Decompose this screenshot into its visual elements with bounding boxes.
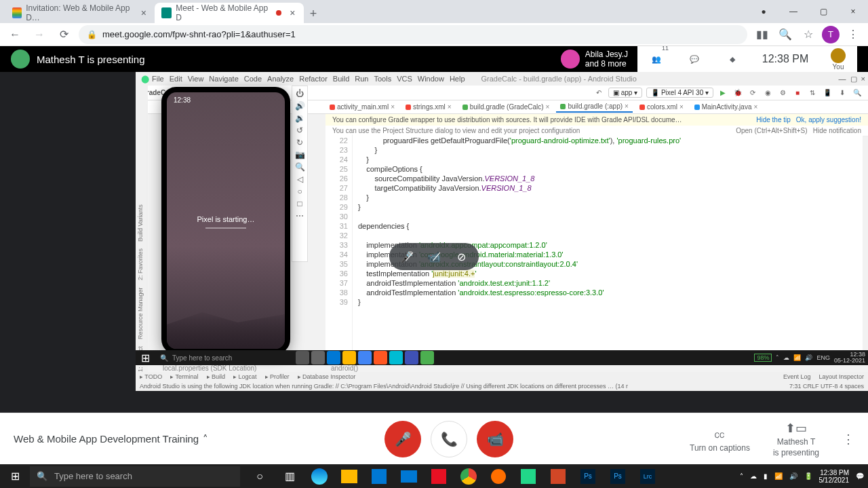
reload-button[interactable]: ⟳ xyxy=(54,25,73,44)
captions-button[interactable]: ㏄ Turn on captions xyxy=(690,426,750,453)
footer-tab[interactable]: ▸ Profiler xyxy=(265,373,290,380)
photoshop-express-icon[interactable]: Ps xyxy=(574,464,602,488)
menu-edit[interactable]: Edit xyxy=(170,75,182,83)
tray-up-icon[interactable]: ˄ xyxy=(740,472,743,480)
mic-button[interactable]: 🎤 xyxy=(384,421,421,457)
run-icon[interactable]: ▶ xyxy=(717,88,728,98)
volume-icon[interactable]: 🔊 xyxy=(805,354,812,361)
store-icon[interactable] xyxy=(365,464,393,488)
avd-icon[interactable]: 📱 xyxy=(822,88,833,98)
account-dot-icon[interactable]: ● xyxy=(749,0,778,23)
tool-window-rail[interactable]: 1: ProjectResource Manager2: FavoritesBu… xyxy=(136,86,148,377)
wifi-icon[interactable]: 📶 xyxy=(774,472,783,480)
footer-tab[interactable]: ▸ Logcat xyxy=(233,373,257,380)
profile-icon[interactable]: ◉ xyxy=(762,88,773,98)
apply-suggestion-link[interactable]: Ok, apply suggestion! xyxy=(796,116,861,124)
cortana-icon[interactable] xyxy=(296,351,309,364)
browser-tab-meet[interactable]: Meet - Web & Mobile App D × xyxy=(155,3,304,23)
edge-icon[interactable] xyxy=(305,464,334,488)
menu-navigate[interactable]: Navigate xyxy=(209,75,238,83)
menu-vcs[interactable]: VCS xyxy=(397,75,412,83)
app-icon[interactable] xyxy=(405,351,418,364)
android-emulator[interactable]: 12:38 Pixel is starting… xyxy=(161,87,290,354)
camera-button[interactable]: 📹 xyxy=(477,421,513,457)
self-video-tile[interactable]: You xyxy=(819,46,857,72)
edge-icon[interactable] xyxy=(327,351,340,364)
more-options-button[interactable]: ⋮ xyxy=(842,432,854,447)
more-icon[interactable]: ⋯ xyxy=(296,211,304,221)
search-icon[interactable]: 🔍 xyxy=(852,88,863,98)
app-icon[interactable] xyxy=(374,351,387,364)
footer-tab[interactable]: Layout Inspector xyxy=(818,373,864,380)
device-selector[interactable]: 📱 Pixel 4 API 30 ▾ xyxy=(646,88,713,98)
cortana-icon[interactable]: ○ xyxy=(245,464,274,488)
hide-tip-link[interactable]: Hide the tip xyxy=(756,116,791,124)
footer-tab[interactable]: ▸ Build xyxy=(207,373,226,380)
menu-file[interactable]: File xyxy=(152,75,164,83)
local-properties-label[interactable]: local.properties (SDK Location) xyxy=(163,364,256,372)
camera-icon[interactable]: 📷 xyxy=(295,150,305,159)
rotate-right-icon[interactable]: ↻ xyxy=(296,138,303,147)
editor-tab[interactable]: strings.xml × xyxy=(401,102,456,112)
start-button[interactable]: ⊞ xyxy=(0,464,30,488)
windows-search[interactable]: 🔍 Type here to search xyxy=(30,466,240,487)
minimize-icon[interactable]: — xyxy=(839,75,846,83)
home-icon[interactable]: ○ xyxy=(297,187,302,196)
attach-icon[interactable]: ⚙ xyxy=(777,88,788,98)
hangup-float-icon[interactable]: ⊘ xyxy=(449,244,473,269)
back-icon[interactable]: ◁ xyxy=(297,174,303,184)
language-indicator[interactable]: ENG xyxy=(816,354,830,361)
power-icon[interactable]: ⏻ xyxy=(296,89,304,98)
maximize-button[interactable]: ▢ xyxy=(808,0,838,23)
menu-analyze[interactable]: Analyze xyxy=(267,75,294,83)
close-button[interactable]: × xyxy=(838,0,868,23)
open-link[interactable]: Open (Ctrl+Alt+Shift+S) xyxy=(736,127,807,134)
minimize-button[interactable]: — xyxy=(778,0,808,23)
zoom-icon[interactable]: 🔍 xyxy=(776,25,795,44)
menu-build[interactable]: Build xyxy=(333,75,349,83)
menu-icon[interactable]: ⋮ xyxy=(844,25,863,44)
camera-off-icon[interactable]: 📹̸ xyxy=(422,244,446,269)
cloud-icon[interactable]: ☁ xyxy=(783,354,789,361)
chat-button[interactable]: 💬 xyxy=(675,46,713,72)
footer-tab[interactable]: ▸ Database Inspector xyxy=(298,373,356,380)
chrome-icon[interactable] xyxy=(358,351,372,364)
footer-tab[interactable]: Event Log xyxy=(783,373,811,380)
back-button[interactable]: ← xyxy=(5,25,24,44)
close-icon[interactable]: × xyxy=(861,75,865,83)
people-button[interactable]: 👥 11 xyxy=(637,46,675,72)
profile-avatar[interactable]: T xyxy=(822,26,840,43)
rotate-left-icon[interactable]: ↺ xyxy=(296,126,303,135)
menu-code[interactable]: Code xyxy=(244,75,262,83)
meeting-title[interactable]: Web & Mobile App Development Training ˄ xyxy=(14,433,208,445)
run-config-selector[interactable]: ▣ app ▾ xyxy=(608,88,642,98)
editor-tab[interactable]: activity_main.xml × xyxy=(326,102,399,112)
explorer-icon[interactable] xyxy=(335,464,363,488)
menu-view[interactable]: View xyxy=(188,75,204,83)
volume-icon[interactable]: 🔊 xyxy=(789,472,797,480)
overview-icon[interactable]: □ xyxy=(297,199,302,208)
sync-icon[interactable]: ⇅ xyxy=(807,88,818,98)
editor-tab[interactable]: build.gradle (:app) × xyxy=(556,101,632,113)
system-clock[interactable]: 12:38 PM 5/12/2021 xyxy=(819,469,850,484)
close-icon[interactable]: × xyxy=(288,8,297,18)
chrome-icon[interactable] xyxy=(454,464,483,488)
forward-button[interactable]: → xyxy=(30,25,49,44)
undo-arrow-icon[interactable]: ↶ xyxy=(593,88,604,98)
footer-tab[interactable]: ▸ Terminal xyxy=(170,373,198,380)
new-tab-button[interactable]: + xyxy=(304,4,323,23)
app-icon[interactable] xyxy=(484,464,513,488)
lightroom-icon[interactable]: Lrc xyxy=(633,464,662,488)
camera-icon[interactable]: ▮▮ xyxy=(753,25,772,44)
onedrive-icon[interactable]: ☁ xyxy=(750,472,757,480)
powerpoint-icon[interactable] xyxy=(544,464,572,488)
coverage-icon[interactable]: ⟳ xyxy=(747,88,758,98)
footer-tab[interactable]: ▸ TODO xyxy=(140,373,162,380)
wifi-icon[interactable]: 📶 xyxy=(793,354,801,361)
editor-tab[interactable]: colors.xml × xyxy=(635,102,688,112)
notifications-icon[interactable]: 💬 xyxy=(856,472,864,480)
meet-tray-icon[interactable]: ▮ xyxy=(764,472,768,480)
browser-tab-gmail[interactable]: Invitation: Web & Mobile App D… × xyxy=(5,3,155,23)
menu-help[interactable]: Help xyxy=(450,75,465,83)
battery-indicator[interactable]: 98% xyxy=(754,354,772,362)
